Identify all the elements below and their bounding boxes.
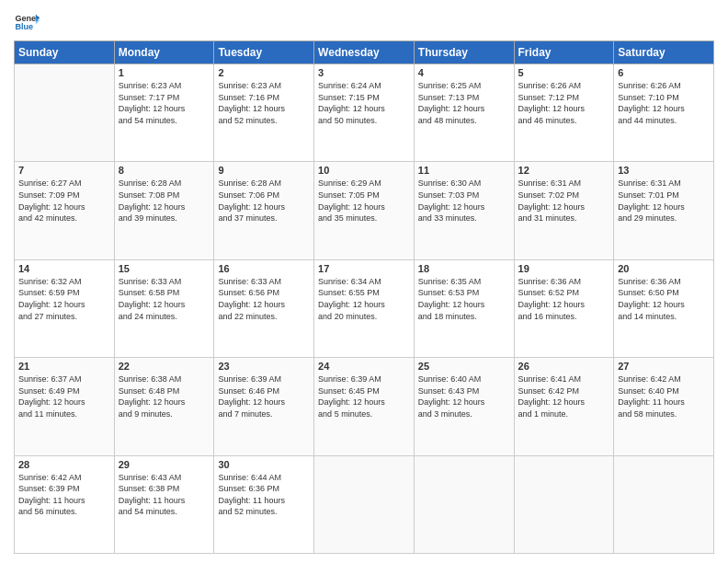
day-number: 5	[518, 67, 610, 78]
day-number: 7	[18, 165, 110, 176]
day-info: Sunrise: 6:25 AM Sunset: 7:13 PM Dayligh…	[418, 80, 510, 126]
week-row-4: 28Sunrise: 6:42 AM Sunset: 6:39 PM Dayli…	[15, 455, 714, 553]
day-info: Sunrise: 6:35 AM Sunset: 6:53 PM Dayligh…	[418, 276, 510, 322]
calendar-cell: 22Sunrise: 6:38 AM Sunset: 6:48 PM Dayli…	[114, 358, 214, 455]
day-info: Sunrise: 6:28 AM Sunset: 7:08 PM Dayligh…	[119, 178, 210, 224]
weekday-header-tuesday: Tuesday	[214, 41, 314, 64]
day-info: Sunrise: 6:37 AM Sunset: 6:49 PM Dayligh…	[18, 373, 110, 419]
day-info: Sunrise: 6:34 AM Sunset: 6:55 PM Dayligh…	[318, 276, 410, 322]
day-number: 28	[18, 459, 110, 470]
day-number: 16	[218, 263, 310, 274]
calendar-cell: 1Sunrise: 6:23 AM Sunset: 7:17 PM Daylig…	[114, 64, 214, 162]
calendar-cell: 25Sunrise: 6:40 AM Sunset: 6:43 PM Dayli…	[414, 358, 514, 455]
logo: General Blue	[14, 9, 40, 35]
day-info: Sunrise: 6:39 AM Sunset: 6:46 PM Dayligh…	[218, 373, 310, 419]
calendar-cell: 9Sunrise: 6:28 AM Sunset: 7:06 PM Daylig…	[214, 162, 314, 259]
calendar-cell: 15Sunrise: 6:33 AM Sunset: 6:58 PM Dayli…	[114, 259, 214, 357]
svg-text:Blue: Blue	[15, 22, 33, 31]
day-info: Sunrise: 6:44 AM Sunset: 6:36 PM Dayligh…	[218, 472, 310, 518]
day-number: 15	[119, 263, 210, 274]
day-info: Sunrise: 6:42 AM Sunset: 6:40 PM Dayligh…	[618, 373, 710, 419]
day-number: 6	[618, 67, 710, 78]
calendar-cell: 29Sunrise: 6:43 AM Sunset: 6:38 PM Dayli…	[114, 455, 214, 553]
calendar-cell: 14Sunrise: 6:32 AM Sunset: 6:59 PM Dayli…	[15, 259, 115, 357]
day-info: Sunrise: 6:43 AM Sunset: 6:38 PM Dayligh…	[119, 472, 210, 518]
day-number: 21	[18, 361, 110, 372]
day-number: 26	[518, 361, 610, 372]
calendar-cell: 5Sunrise: 6:26 AM Sunset: 7:12 PM Daylig…	[514, 64, 614, 162]
weekday-header-saturday: Saturday	[614, 41, 714, 64]
weekday-header-row: SundayMondayTuesdayWednesdayThursdayFrid…	[15, 41, 714, 64]
calendar-cell: 10Sunrise: 6:29 AM Sunset: 7:05 PM Dayli…	[314, 162, 415, 259]
page: General Blue SundayMondayTuesdayWednesda…	[0, 0, 728, 563]
day-number: 23	[218, 361, 310, 372]
day-info: Sunrise: 6:40 AM Sunset: 6:43 PM Dayligh…	[418, 373, 510, 419]
day-info: Sunrise: 6:27 AM Sunset: 7:09 PM Dayligh…	[18, 178, 110, 224]
day-number: 13	[618, 165, 710, 176]
logo-icon: General Blue	[14, 9, 40, 35]
calendar-table: SundayMondayTuesdayWednesdayThursdayFrid…	[14, 40, 714, 554]
calendar-cell: 2Sunrise: 6:23 AM Sunset: 7:16 PM Daylig…	[214, 64, 314, 162]
weekday-header-sunday: Sunday	[15, 41, 115, 64]
calendar-cell	[414, 455, 514, 553]
calendar-cell: 24Sunrise: 6:39 AM Sunset: 6:45 PM Dayli…	[314, 358, 415, 455]
calendar-cell: 30Sunrise: 6:44 AM Sunset: 6:36 PM Dayli…	[214, 455, 314, 553]
day-number: 1	[119, 67, 210, 78]
day-info: Sunrise: 6:23 AM Sunset: 7:16 PM Dayligh…	[218, 80, 310, 126]
day-number: 2	[218, 67, 310, 78]
calendar-cell: 8Sunrise: 6:28 AM Sunset: 7:08 PM Daylig…	[114, 162, 214, 259]
day-info: Sunrise: 6:38 AM Sunset: 6:48 PM Dayligh…	[119, 373, 210, 419]
day-info: Sunrise: 6:23 AM Sunset: 7:17 PM Dayligh…	[119, 80, 210, 126]
day-number: 30	[218, 459, 310, 470]
calendar-cell: 21Sunrise: 6:37 AM Sunset: 6:49 PM Dayli…	[15, 358, 115, 455]
day-info: Sunrise: 6:33 AM Sunset: 6:56 PM Dayligh…	[218, 276, 310, 322]
calendar-cell	[15, 64, 115, 162]
day-info: Sunrise: 6:41 AM Sunset: 6:42 PM Dayligh…	[518, 373, 610, 419]
calendar-cell	[614, 455, 714, 553]
day-info: Sunrise: 6:29 AM Sunset: 7:05 PM Dayligh…	[318, 178, 410, 224]
day-info: Sunrise: 6:28 AM Sunset: 7:06 PM Dayligh…	[218, 178, 310, 224]
calendar-cell: 11Sunrise: 6:30 AM Sunset: 7:03 PM Dayli…	[414, 162, 514, 259]
day-number: 11	[418, 165, 510, 176]
weekday-header-monday: Monday	[114, 41, 214, 64]
calendar-cell: 28Sunrise: 6:42 AM Sunset: 6:39 PM Dayli…	[15, 455, 115, 553]
calendar-cell: 20Sunrise: 6:36 AM Sunset: 6:50 PM Dayli…	[614, 259, 714, 357]
day-number: 8	[119, 165, 210, 176]
day-number: 22	[119, 361, 210, 372]
day-number: 10	[318, 165, 410, 176]
calendar-cell: 18Sunrise: 6:35 AM Sunset: 6:53 PM Dayli…	[414, 259, 514, 357]
day-number: 12	[518, 165, 610, 176]
day-info: Sunrise: 6:32 AM Sunset: 6:59 PM Dayligh…	[18, 276, 110, 322]
day-number: 14	[18, 263, 110, 274]
calendar-cell: 23Sunrise: 6:39 AM Sunset: 6:46 PM Dayli…	[214, 358, 314, 455]
weekday-header-wednesday: Wednesday	[314, 41, 415, 64]
day-number: 4	[418, 67, 510, 78]
week-row-1: 7Sunrise: 6:27 AM Sunset: 7:09 PM Daylig…	[15, 162, 714, 259]
day-info: Sunrise: 6:36 AM Sunset: 6:52 PM Dayligh…	[518, 276, 610, 322]
calendar-cell: 16Sunrise: 6:33 AM Sunset: 6:56 PM Dayli…	[214, 259, 314, 357]
calendar-cell: 7Sunrise: 6:27 AM Sunset: 7:09 PM Daylig…	[15, 162, 115, 259]
week-row-0: 1Sunrise: 6:23 AM Sunset: 7:17 PM Daylig…	[15, 64, 714, 162]
day-info: Sunrise: 6:33 AM Sunset: 6:58 PM Dayligh…	[119, 276, 210, 322]
calendar-cell: 26Sunrise: 6:41 AM Sunset: 6:42 PM Dayli…	[514, 358, 614, 455]
day-info: Sunrise: 6:36 AM Sunset: 6:50 PM Dayligh…	[618, 276, 710, 322]
day-info: Sunrise: 6:26 AM Sunset: 7:12 PM Dayligh…	[518, 80, 610, 126]
calendar-cell	[514, 455, 614, 553]
calendar-cell: 19Sunrise: 6:36 AM Sunset: 6:52 PM Dayli…	[514, 259, 614, 357]
day-number: 18	[418, 263, 510, 274]
day-number: 24	[318, 361, 410, 372]
day-number: 25	[418, 361, 510, 372]
day-number: 20	[618, 263, 710, 274]
day-number: 19	[518, 263, 610, 274]
calendar-cell: 4Sunrise: 6:25 AM Sunset: 7:13 PM Daylig…	[414, 64, 514, 162]
day-number: 3	[318, 67, 410, 78]
week-row-3: 21Sunrise: 6:37 AM Sunset: 6:49 PM Dayli…	[15, 358, 714, 455]
day-info: Sunrise: 6:26 AM Sunset: 7:10 PM Dayligh…	[618, 80, 710, 126]
calendar-cell: 13Sunrise: 6:31 AM Sunset: 7:01 PM Dayli…	[614, 162, 714, 259]
week-row-2: 14Sunrise: 6:32 AM Sunset: 6:59 PM Dayli…	[15, 259, 714, 357]
day-number: 9	[218, 165, 310, 176]
day-number: 29	[119, 459, 210, 470]
weekday-header-thursday: Thursday	[414, 41, 514, 64]
day-info: Sunrise: 6:31 AM Sunset: 7:02 PM Dayligh…	[518, 178, 610, 224]
calendar-cell: 17Sunrise: 6:34 AM Sunset: 6:55 PM Dayli…	[314, 259, 415, 357]
